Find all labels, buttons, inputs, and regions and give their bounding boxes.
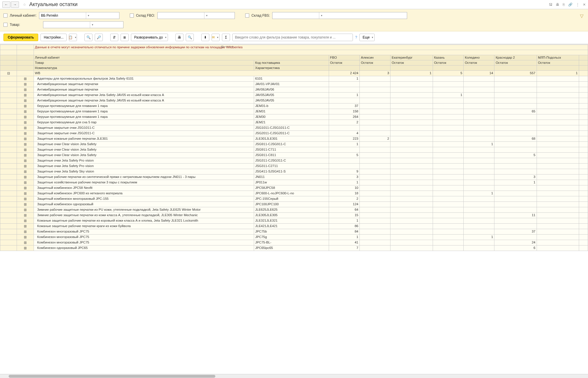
find-cancel-button[interactable]: 🔎 bbox=[95, 34, 103, 41]
fbs-input[interactable] bbox=[272, 12, 319, 19]
fbo-input[interactable] bbox=[158, 12, 204, 19]
save-file-button[interactable]: ⬇ bbox=[201, 34, 209, 41]
collapse-groups-button[interactable]: ⇵ bbox=[110, 34, 118, 41]
personal-cabinet-label: Личный кабинет: bbox=[10, 14, 37, 18]
fbs-label: Склад FBS: bbox=[252, 14, 270, 18]
preview-button[interactable]: 🔍 bbox=[186, 34, 194, 41]
print-button[interactable]: 🖶 bbox=[175, 34, 183, 41]
export-icon[interactable]: ⎘ bbox=[563, 3, 565, 7]
fbs-checkbox[interactable] bbox=[245, 14, 249, 18]
paste-button[interactable]: 📋 bbox=[69, 34, 77, 41]
product-dropdown[interactable]: ▾ bbox=[90, 22, 95, 28]
product-input[interactable] bbox=[43, 22, 90, 28]
filter-search-input[interactable] bbox=[232, 34, 353, 41]
more-button[interactable]: Еще bbox=[359, 34, 375, 41]
page-title: Актуальные остатки bbox=[29, 1, 78, 7]
favorite-star-icon[interactable]: ☆ bbox=[21, 1, 28, 8]
print-icon[interactable]: 🖶 bbox=[556, 3, 559, 7]
personal-cabinet-checkbox[interactable] bbox=[3, 14, 7, 18]
nav-forward-button[interactable]: → bbox=[11, 1, 19, 8]
personal-cabinet-dropdown[interactable]: ▾ bbox=[86, 12, 91, 19]
product-checkbox[interactable] bbox=[3, 23, 7, 27]
kebab-menu-icon[interactable]: ⋮ bbox=[576, 3, 579, 7]
save-icon[interactable]: 🖫 bbox=[549, 3, 552, 7]
expand-groups-button[interactable]: ≣ bbox=[121, 34, 129, 41]
find-button[interactable]: 🔍 bbox=[84, 34, 92, 41]
help-icon[interactable]: ? bbox=[355, 35, 357, 39]
close-icon[interactable]: ✕ bbox=[583, 3, 586, 7]
fbs-dropdown[interactable]: ▾ bbox=[319, 12, 324, 19]
fbo-dropdown[interactable]: ▾ bbox=[204, 12, 209, 19]
expand-to-button[interactable]: Разворачивать до bbox=[131, 34, 168, 41]
fbo-label: Склад FBO: bbox=[136, 14, 155, 18]
product-label: Товар: bbox=[10, 23, 41, 27]
sum-button[interactable]: Σ bbox=[222, 34, 230, 41]
link-icon[interactable]: 🔗 bbox=[568, 3, 572, 7]
fbo-checkbox[interactable] bbox=[130, 14, 134, 18]
personal-cabinet-input[interactable] bbox=[39, 12, 86, 19]
filter-funnel-icon[interactable]: ▽ bbox=[580, 13, 583, 19]
form-report-button[interactable]: Сформировать bbox=[3, 34, 38, 41]
nav-back-button[interactable]: ← bbox=[2, 1, 10, 8]
settings-button[interactable]: Настройки... bbox=[40, 34, 67, 41]
email-button[interactable]: ✉ bbox=[212, 34, 220, 41]
